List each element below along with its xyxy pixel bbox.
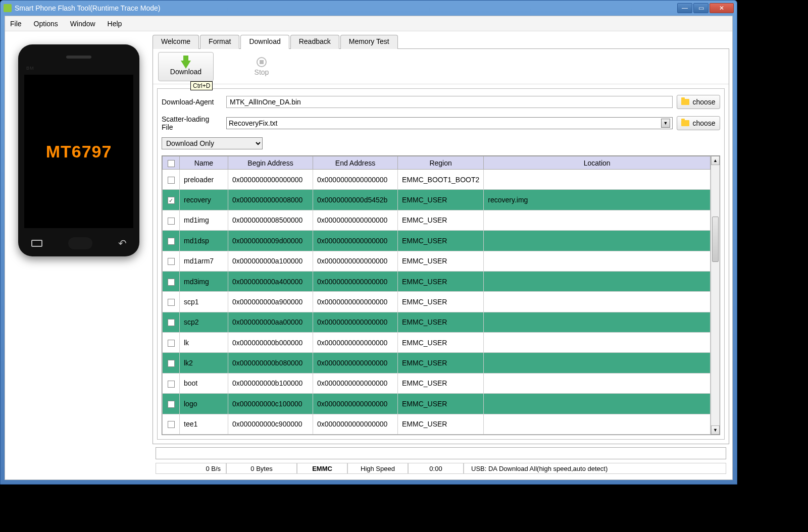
- scroll-down-icon[interactable]: ▼: [711, 425, 720, 435]
- tab-welcome[interactable]: Welcome: [153, 35, 199, 49]
- header-begin[interactable]: Begin Address: [228, 156, 313, 170]
- cell-region: EMMC_USER: [398, 373, 484, 393]
- status-speed: 0 B/s: [156, 463, 226, 474]
- row-checkbox[interactable]: [168, 421, 175, 428]
- cell-end: 0x0000000000000000: [313, 414, 398, 435]
- cell-region: EMMC_BOOT1_BOOT2: [398, 170, 484, 190]
- cell-end: 0x0000000000000000: [313, 210, 398, 230]
- dropdown-icon: ▼: [661, 119, 670, 128]
- table-row[interactable]: lk20x000000000b0800000x0000000000000000E…: [163, 353, 711, 373]
- table-row[interactable]: ✓recovery0x00000000000080000x0000000000d…: [163, 190, 711, 210]
- scroll-up-icon[interactable]: ▲: [711, 156, 720, 165]
- cell-end: 0x0000000000000000: [313, 312, 398, 332]
- row-checkbox[interactable]: [168, 360, 175, 367]
- cell-begin: 0x000000000c100000: [228, 394, 313, 414]
- cell-name: scp1: [180, 292, 228, 312]
- cell-end: 0x0000000000000000: [313, 292, 398, 312]
- table-scrollbar[interactable]: ▲ ▼: [711, 156, 720, 435]
- row-checkbox[interactable]: ✓: [168, 197, 175, 204]
- table-row[interactable]: md1dsp0x0000000009d000000x00000000000000…: [163, 231, 711, 251]
- cell-end: 0x0000000000000000: [313, 231, 398, 251]
- table-row[interactable]: preloader0x00000000000000000x00000000000…: [163, 170, 711, 190]
- menu-options[interactable]: Options: [34, 20, 58, 28]
- table-row[interactable]: logo0x000000000c1000000x0000000000000000…: [163, 394, 711, 414]
- tab-readback[interactable]: Readback: [290, 35, 339, 49]
- table-row[interactable]: md3img0x000000000a4000000x00000000000000…: [163, 271, 711, 291]
- row-checkbox[interactable]: [168, 218, 175, 225]
- title-bar[interactable]: Smart Phone Flash Tool(Runtime Trace Mod…: [1, 1, 737, 16]
- table-row[interactable]: boot0x000000000b1000000x0000000000000000…: [163, 373, 711, 393]
- table-row[interactable]: scp10x000000000a9000000x0000000000000000…: [163, 292, 711, 312]
- cell-name: lk2: [180, 353, 228, 373]
- header-checkbox[interactable]: [163, 156, 180, 170]
- cell-region: EMMC_USER: [398, 190, 484, 210]
- cell-begin: 0x000000000c900000: [228, 414, 313, 435]
- row-checkbox[interactable]: [168, 177, 175, 184]
- cell-begin: 0x000000000b000000: [228, 333, 313, 353]
- table-row[interactable]: tee10x000000000c9000000x0000000000000000…: [163, 414, 711, 435]
- stop-button[interactable]: Stop: [234, 52, 289, 81]
- cell-location: [484, 251, 711, 271]
- cell-begin: 0x0000000008500000: [228, 210, 313, 230]
- row-checkbox[interactable]: [168, 299, 175, 306]
- cell-end: 0x0000000000000000: [313, 394, 398, 414]
- tab-memory-test[interactable]: Memory Test: [340, 35, 398, 49]
- cell-name: recovery: [180, 190, 228, 210]
- cell-begin: 0x000000000a100000: [228, 251, 313, 271]
- cell-end: 0x0000000000000000: [313, 170, 398, 190]
- row-checkbox[interactable]: [168, 238, 175, 245]
- download-mode-select[interactable]: Download Only: [162, 137, 263, 149]
- cell-name: md1dsp: [180, 231, 228, 251]
- choose-scatter-button[interactable]: choose: [677, 116, 720, 130]
- tab-download[interactable]: Download: [240, 35, 289, 49]
- menu-file[interactable]: File: [10, 20, 22, 28]
- stop-icon: [257, 57, 267, 67]
- cell-end: 0x0000000000000000: [313, 353, 398, 373]
- row-checkbox[interactable]: [168, 258, 175, 265]
- scatter-file-combobox[interactable]: RecoveryFix.txt ▼: [226, 117, 673, 129]
- cell-location: [484, 333, 711, 353]
- row-checkbox[interactable]: [168, 340, 175, 347]
- download-button[interactable]: Download: [158, 52, 214, 81]
- cell-begin: 0x0000000000008000: [228, 190, 313, 210]
- download-agent-input[interactable]: [226, 96, 673, 108]
- folder-icon: [681, 120, 689, 126]
- cell-begin: 0x0000000000000000: [228, 170, 313, 190]
- table-row[interactable]: md1arm70x000000000a1000000x0000000000000…: [163, 251, 711, 271]
- choose-da-button[interactable]: choose: [677, 95, 720, 109]
- menu-window[interactable]: Window: [70, 20, 95, 28]
- header-end[interactable]: End Address: [313, 156, 398, 170]
- row-checkbox[interactable]: [168, 279, 175, 286]
- phone-speaker-icon: [66, 56, 91, 59]
- cell-region: EMMC_USER: [398, 231, 484, 251]
- cell-location: [484, 312, 711, 332]
- menu-help[interactable]: Help: [108, 20, 122, 28]
- row-checkbox[interactable]: [168, 381, 175, 388]
- phone-menu-icon: [31, 240, 42, 247]
- minimize-button[interactable]: —: [677, 3, 692, 13]
- row-checkbox[interactable]: [168, 401, 175, 408]
- cell-name: md1img: [180, 210, 228, 230]
- close-button[interactable]: ✕: [710, 3, 734, 13]
- status-mode: High Speed: [347, 463, 408, 474]
- header-name[interactable]: Name: [180, 156, 228, 170]
- cell-region: EMMC_USER: [398, 271, 484, 291]
- status-bytes: 0 Bytes: [226, 463, 297, 474]
- header-region[interactable]: Region: [398, 156, 484, 170]
- cell-name: preloader: [180, 170, 228, 190]
- table-row[interactable]: scp20x000000000aa000000x0000000000000000…: [163, 312, 711, 332]
- cell-name: scp2: [180, 312, 228, 332]
- scroll-thumb[interactable]: [712, 217, 719, 262]
- phone-bm-label: BM: [26, 66, 34, 71]
- row-checkbox[interactable]: [168, 319, 175, 326]
- cell-begin: 0x000000000b080000: [228, 353, 313, 373]
- cell-name: md1arm7: [180, 251, 228, 271]
- client-area: File Options Window Help BM MT6797 ↶: [5, 16, 733, 480]
- tab-format[interactable]: Format: [200, 35, 239, 49]
- table-row[interactable]: lk0x000000000b0000000x0000000000000000EM…: [163, 333, 711, 353]
- table-row[interactable]: md1img0x00000000085000000x00000000000000…: [163, 210, 711, 230]
- cell-begin: 0x000000000a400000: [228, 271, 313, 291]
- header-location[interactable]: Location: [484, 156, 711, 170]
- maximize-button[interactable]: ▭: [693, 3, 709, 13]
- cell-region: EMMC_USER: [398, 333, 484, 353]
